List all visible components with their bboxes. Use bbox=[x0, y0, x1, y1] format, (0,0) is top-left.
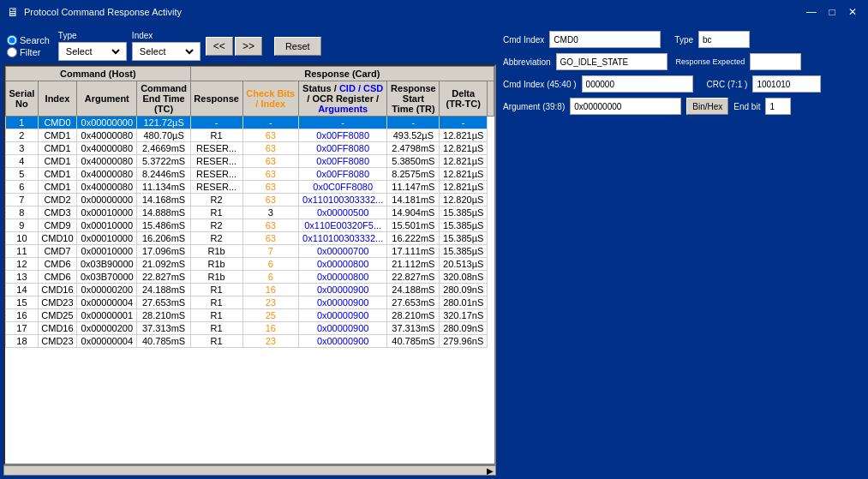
table-cell: 279.96nS bbox=[440, 335, 488, 348]
prev-prev-button[interactable]: << bbox=[206, 37, 233, 56]
table-cell: R2 bbox=[190, 219, 242, 232]
data-table-container[interactable]: Command (Host) Response (Card) SerialNo … bbox=[3, 64, 496, 465]
status-ocr-header: Status / CID / CSD/ OCR Register /Argume… bbox=[298, 81, 387, 117]
table-row[interactable]: 14CMD160x0000020024.188mSR1160x000009002… bbox=[6, 284, 494, 296]
table-cell: 37.313mS bbox=[137, 322, 190, 335]
table-row[interactable]: 9CMD90x0001000015.486mSR2630x110E00320F5… bbox=[6, 219, 494, 232]
table-cell: 15.385µS bbox=[440, 219, 488, 232]
table-cell: 63 bbox=[242, 129, 298, 142]
table-row[interactable]: 13CMD60x03B7000022.827mSR1b60x0000080022… bbox=[6, 271, 494, 284]
table-row[interactable]: 12CMD60x03B9000021.092mSR1b60x0000080021… bbox=[6, 258, 494, 271]
response-start-header: ResponseStartTime (TR) bbox=[387, 81, 440, 117]
table-row[interactable]: 4CMD10x400000805.3722mSRESER...630x00FF8… bbox=[6, 155, 494, 168]
row-cmd-index: Cmd Index Type bbox=[503, 31, 861, 48]
argument-label: Argument (39:8) bbox=[503, 102, 565, 111]
table-cell: 2 bbox=[6, 129, 39, 142]
table-cell: CMD1 bbox=[38, 129, 76, 142]
cmd-index-bits-label: Cmd Index (45:40 ) bbox=[503, 80, 577, 89]
type-input[interactable] bbox=[698, 31, 750, 48]
maximize-button[interactable]: □ bbox=[823, 3, 841, 21]
table-row[interactable]: 1CMD00x00000000121.72µS----- bbox=[6, 117, 494, 129]
table-cell: CMD7 bbox=[38, 245, 76, 258]
table-cell: 0x03B90000 bbox=[77, 258, 137, 271]
table-cell: 0x00000000 bbox=[77, 117, 137, 129]
index-label: Index bbox=[132, 31, 201, 40]
type-label-right: Type bbox=[674, 35, 693, 45]
table-cell: R1 bbox=[190, 322, 242, 335]
table-cell: 12.821µS bbox=[440, 129, 488, 142]
table-cell: 0x00FF8080 bbox=[298, 155, 387, 168]
table-cell: 15.501mS bbox=[387, 219, 440, 232]
scroll-right-icon[interactable]: ▶ bbox=[487, 466, 494, 476]
table-cell: 22.827mS bbox=[387, 271, 440, 284]
table-cell: 37.313mS bbox=[387, 322, 440, 335]
table-cell: 21.092mS bbox=[137, 258, 190, 271]
table-cell: CMD3 bbox=[38, 207, 76, 219]
cmd-index-input[interactable] bbox=[549, 31, 661, 48]
table-cell: 0x00FF8080 bbox=[298, 129, 387, 142]
search-radio-input[interactable] bbox=[7, 35, 17, 45]
table-cell: 0x00010000 bbox=[77, 245, 137, 258]
table-cell: 16 bbox=[242, 284, 298, 296]
table-row[interactable]: 18CMD230x0000000440.785mSR1230x000009004… bbox=[6, 335, 494, 348]
bin-hex-button[interactable]: Bin/Hex bbox=[686, 98, 728, 115]
crc-input[interactable] bbox=[752, 75, 821, 93]
table-cell: 16 bbox=[6, 309, 39, 322]
table-cell: 17.111mS bbox=[387, 245, 440, 258]
table-row[interactable]: 6CMD10x4000008011.134mSRESER...630x0C0FF… bbox=[6, 181, 494, 194]
table-row[interactable]: 11CMD70x0001000017.096mSR1b70x0000070017… bbox=[6, 245, 494, 258]
table-cell: 5.3850mS bbox=[387, 155, 440, 168]
reset-button[interactable]: Reset bbox=[274, 37, 321, 56]
cmd-index-bits-input[interactable] bbox=[582, 75, 693, 93]
type-select-input[interactable]: Select bbox=[63, 45, 123, 57]
table-cell: CMD1 bbox=[38, 142, 76, 155]
search-radio[interactable]: Search bbox=[7, 35, 50, 45]
end-bit-input[interactable] bbox=[765, 98, 791, 115]
table-row[interactable]: 2CMD10x40000080480.70µSR1630x00FF8080493… bbox=[6, 129, 494, 142]
check-bits-header: Check Bits/ Index bbox=[242, 81, 298, 117]
table-cell: 12 bbox=[6, 258, 39, 271]
table-row[interactable]: 7CMD20x0000000014.168mSR2630x11010030333… bbox=[6, 194, 494, 207]
type-select[interactable]: Select bbox=[58, 42, 127, 61]
table-row[interactable]: 3CMD10x400000802.4669mSRESER...630x00FF8… bbox=[6, 142, 494, 155]
response-expected-input[interactable] bbox=[750, 53, 801, 70]
table-row[interactable]: 15CMD230x0000000427.653mSR1230x000009002… bbox=[6, 296, 494, 309]
data-table: Command (Host) Response (Card) SerialNo … bbox=[5, 66, 494, 348]
table-row[interactable]: 17CMD160x0000020037.313mSR1160x000009003… bbox=[6, 322, 494, 335]
table-cell: 63 bbox=[242, 232, 298, 245]
table-cell: 40.785mS bbox=[137, 335, 190, 348]
table-row[interactable]: 5CMD10x400000808.2446mSRESER...630x00FF8… bbox=[6, 168, 494, 181]
cmd-end-time-header: CommandEnd Time(TC) bbox=[137, 81, 190, 117]
table-cell: R2 bbox=[190, 232, 242, 245]
next-next-button[interactable]: >> bbox=[235, 37, 262, 56]
table-cell: 27.653mS bbox=[137, 296, 190, 309]
table-cell: R2 bbox=[190, 194, 242, 207]
filter-radio-input[interactable] bbox=[7, 47, 17, 57]
h-scrollbar[interactable]: ▶ bbox=[3, 465, 496, 476]
table-cell: 17 bbox=[6, 322, 39, 335]
abbreviation-input[interactable] bbox=[556, 53, 667, 70]
table-cell: 493.52µS bbox=[387, 129, 440, 142]
table-cell: 63 bbox=[242, 194, 298, 207]
argument-input[interactable] bbox=[570, 98, 681, 115]
table-cell: 0x110E00320F5... bbox=[298, 219, 387, 232]
table-cell: 16.222mS bbox=[387, 232, 440, 245]
table-cell: 0x00000000 bbox=[77, 194, 137, 207]
filter-radio[interactable]: Filter bbox=[7, 47, 50, 57]
table-row[interactable]: 10CMD100x0001000016.206mSR2630x110100303… bbox=[6, 232, 494, 245]
close-button[interactable]: ✕ bbox=[844, 3, 861, 21]
type-field-group: Type Select bbox=[58, 31, 127, 61]
table-cell: 121.72µS bbox=[137, 117, 190, 129]
table-cell: 0x03B70000 bbox=[77, 271, 137, 284]
index-header: Index bbox=[38, 81, 76, 117]
left-panel: Search Filter Type Select Index bbox=[3, 27, 496, 476]
table-cell: RESER... bbox=[190, 181, 242, 194]
index-select[interactable]: Select bbox=[132, 42, 201, 61]
table-cell: R1b bbox=[190, 245, 242, 258]
table-row[interactable]: 16CMD250x0000000128.210mSR1250x000009002… bbox=[6, 309, 494, 322]
table-row[interactable]: 8CMD30x0001000014.888mSR130x0000050014.9… bbox=[6, 207, 494, 219]
minimize-button[interactable]: — bbox=[803, 3, 820, 21]
index-select-input[interactable]: Select bbox=[136, 45, 196, 57]
table-cell: 0x00000200 bbox=[77, 322, 137, 335]
table-cell: 320.08nS bbox=[440, 271, 488, 284]
